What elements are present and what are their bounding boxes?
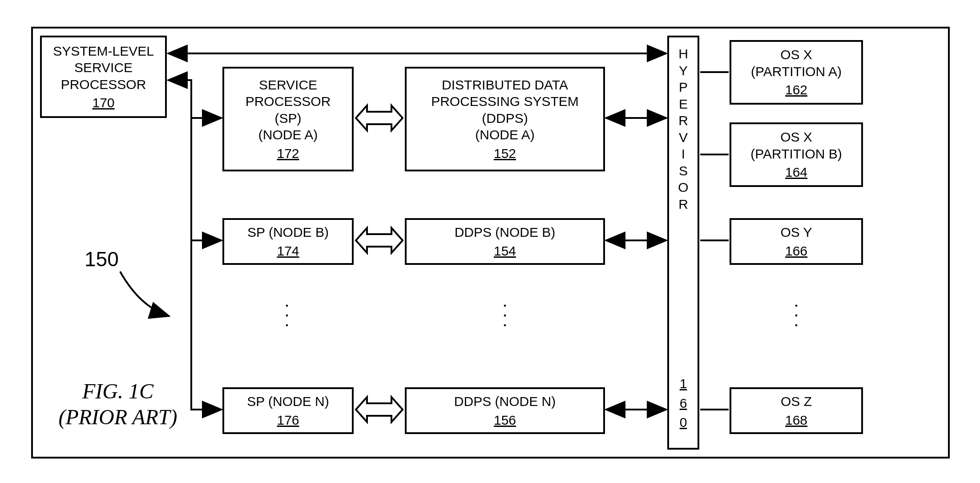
text: DDPS (NODE N): [454, 393, 556, 410]
box-sp-node-n: SP (NODE N) 176: [222, 387, 354, 434]
text: OS Z: [781, 393, 812, 410]
letter: 0: [669, 414, 698, 431]
box-sp-node-a: SERVICE PROCESSOR (SP) (NODE A) 172: [222, 67, 354, 171]
ref-150: 150: [85, 247, 119, 271]
letter: P: [669, 79, 698, 96]
box-ddps-node-n: DDPS (NODE N) 156: [405, 387, 605, 434]
text: (DDPS): [482, 110, 528, 127]
letter: Y: [669, 62, 698, 79]
ref-number: 174: [277, 243, 299, 260]
text: SP (NODE N): [247, 393, 329, 410]
letter: E: [669, 96, 698, 113]
letter: O: [669, 179, 698, 196]
letter: V: [669, 129, 698, 146]
letter: R: [669, 112, 698, 129]
letter: I: [669, 146, 698, 162]
text: PROCESSOR: [246, 93, 331, 110]
letter: S: [669, 162, 698, 179]
box-hypervisor: H Y P E R V I S O R 1 6 0: [667, 36, 699, 450]
text: DDPS (NODE B): [455, 224, 556, 241]
text: (NODE A): [475, 126, 534, 143]
ref-number: 162: [785, 81, 807, 98]
letter: 6: [669, 395, 698, 412]
text: PROCESSING SYSTEM: [431, 93, 579, 110]
ref-number: 176: [277, 412, 299, 429]
box-os-partition-a: OS X (PARTITION A) 162: [730, 40, 863, 105]
ref-number: 164: [785, 164, 807, 181]
ref-number: 152: [494, 145, 516, 162]
ref-number: 172: [277, 145, 299, 162]
box-ddps-node-a: DISTRIBUTED DATA PROCESSING SYSTEM (DDPS…: [405, 67, 605, 171]
fig-title: FIG. 1C: [44, 378, 191, 404]
box-ddps-node-b: DDPS (NODE B) 154: [405, 218, 605, 265]
text: SERVICE: [259, 77, 317, 93]
text: (SP): [275, 110, 302, 127]
ref-number: 168: [785, 412, 807, 429]
ref-number: 166: [785, 243, 807, 260]
text: OS Y: [780, 224, 812, 241]
text: SP (NODE B): [247, 224, 329, 241]
text: OS X: [780, 129, 812, 146]
letter: 1: [669, 375, 698, 392]
box-os-z: OS Z 168: [730, 387, 863, 434]
text: (PARTITION A): [751, 63, 842, 80]
vdots-sp: ...: [285, 296, 289, 325]
box-os-partition-b: OS X (PARTITION B) 164: [730, 122, 863, 187]
box-system-level-sp: SYSTEM-LEVEL SERVICE PROCESSOR 170: [40, 36, 167, 118]
ref-number: 156: [494, 412, 516, 429]
vdots-ddps: ...: [503, 296, 507, 325]
text: SERVICE: [74, 59, 133, 76]
ref-number: 154: [494, 243, 516, 260]
text: OS X: [780, 46, 812, 63]
diagram-canvas: SYSTEM-LEVEL SERVICE PROCESSOR 170 SERVI…: [0, 0, 980, 483]
ref-number: 170: [92, 94, 114, 111]
vdots-os: ...: [794, 296, 799, 325]
letter: H: [669, 45, 698, 62]
box-sp-node-b: SP (NODE B) 174: [222, 218, 354, 265]
figure-label: FIG. 1C (PRIOR ART): [44, 378, 191, 430]
text: DISTRIBUTED DATA: [442, 77, 568, 93]
text: (PARTITION B): [750, 146, 842, 162]
letter: R: [669, 196, 698, 213]
text: SYSTEM-LEVEL: [53, 43, 154, 60]
box-os-y: OS Y 166: [730, 218, 863, 265]
fig-subtitle: (PRIOR ART): [44, 404, 191, 430]
text: (NODE A): [258, 126, 318, 143]
text: PROCESSOR: [61, 76, 146, 93]
